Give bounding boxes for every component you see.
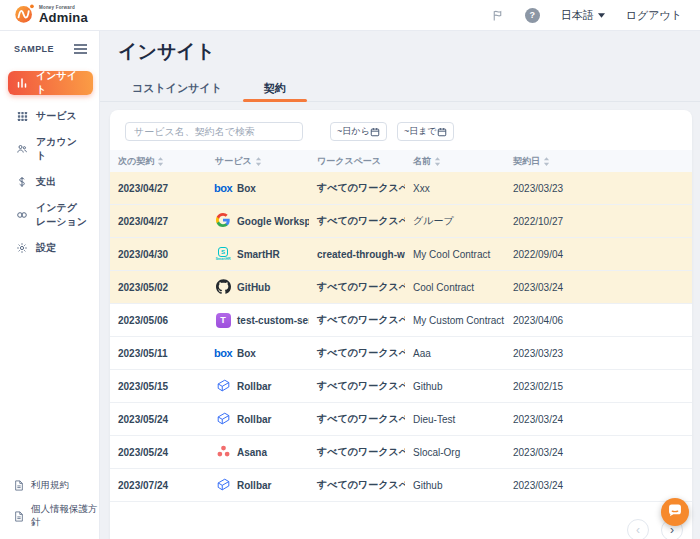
main-content: インサイト コストインサイト契約 ~日から ~日まで — [100, 31, 700, 539]
pagination-prev-button[interactable]: ‹ — [627, 519, 649, 539]
contract-name-cell: Cool Contract — [405, 282, 505, 293]
sidebar-item-0[interactable]: インサイト — [8, 71, 93, 95]
workspace-cell: すべてのワークスペース — [309, 346, 405, 360]
tab-0[interactable]: コストインサイト — [111, 75, 243, 101]
workspace-cell: すべてのワークスペース — [309, 181, 405, 195]
column-header-4[interactable]: 契約日 — [505, 155, 692, 168]
rollbar-logo — [216, 477, 231, 494]
table-row[interactable]: 2023/05/24 Asana すべてのワークスペース Slocal-Org … — [110, 436, 692, 469]
sidebar-item-5[interactable]: 設定 — [8, 236, 93, 260]
document-icon — [14, 511, 24, 522]
sidebar-item-3[interactable]: 支出 — [8, 170, 93, 194]
rollbar-logo — [216, 411, 231, 428]
contract-name-cell: My Cool Contract — [405, 249, 505, 260]
sidebar-item-label: インテグレーション — [36, 201, 87, 229]
next-contract-cell: 2023/05/24 — [110, 447, 207, 458]
box-logo: box — [214, 348, 232, 359]
next-contract-cell: 2023/04/27 — [110, 183, 207, 194]
sidebar-footer-link-1[interactable]: 個人情報保護方針 — [14, 503, 99, 529]
service-name-label: SmartHR — [237, 249, 280, 260]
help-icon[interactable]: ? — [525, 8, 540, 23]
workspace-cell: すべてのワークスペース — [309, 214, 405, 228]
date-to-picker[interactable]: ~日まで — [397, 122, 454, 141]
table-row[interactable]: 2023/04/27 box Box すべてのワークスペース Xxx 2023/… — [110, 172, 692, 205]
admina-app: Money Forward Admina ? 日本語 ログアウト SAMPLE — [0, 0, 700, 539]
table-row[interactable]: 2023/05/02 GitHub すべてのワークスペース Cool Contr… — [110, 271, 692, 304]
workspace-cell: created-through-win — [309, 249, 405, 260]
contracts-table: 次の契約 サービス ワークスペース 名前 契約日 2023/04/27 box … — [110, 150, 692, 502]
whats-new-icon[interactable] — [491, 9, 504, 22]
column-header-1[interactable]: サービス — [207, 155, 309, 168]
service-cell: T test-custom-service — [207, 313, 309, 328]
contract-name-cell: Dieu-Test — [405, 414, 505, 425]
tab-bar: コストインサイト契約 — [100, 75, 700, 102]
service-cell: SSmartHR SmartHR — [207, 247, 309, 262]
contract-date-cell: 2023/03/24 — [505, 414, 692, 425]
service-name-label: Rollbar — [237, 480, 271, 491]
contract-date-cell: 2022/09/04 — [505, 249, 692, 260]
contract-name-cell: グループ — [405, 214, 505, 228]
table-row[interactable]: 2023/05/24 Rollbar すべてのワークスペース Dieu-Test… — [110, 403, 692, 436]
date-to-label: ~日まで — [404, 125, 437, 138]
sidebar-item-4[interactable]: インテグレーション — [8, 203, 93, 227]
sidebar: SAMPLE インサイト サービス アカウント 支出 インテグレーション 設定 — [0, 31, 100, 539]
next-contract-cell: 2023/05/11 — [110, 348, 207, 359]
workspace-cell: すべてのワークスペース — [309, 379, 405, 393]
sidebar-footer-link-0[interactable]: 利用規約 — [14, 479, 99, 492]
service-cell: Rollbar — [207, 411, 309, 428]
workspace-cell: すべてのワークスペース — [309, 313, 405, 327]
column-header-2: ワークスペース — [309, 155, 405, 168]
table-body: 2023/04/27 box Box すべてのワークスペース Xxx 2023/… — [110, 172, 692, 502]
top-bar: Money Forward Admina ? 日本語 ログアウト — [0, 0, 700, 31]
service-name-label: Asana — [237, 447, 267, 458]
column-header-3[interactable]: 名前 — [405, 155, 505, 168]
service-cell: Asana — [207, 444, 309, 461]
calendar-icon — [370, 127, 380, 137]
document-icon — [14, 480, 24, 491]
logout-button[interactable]: ログアウト — [626, 8, 682, 23]
google-logo — [216, 213, 230, 229]
language-selector[interactable]: 日本語 — [561, 8, 605, 23]
date-from-picker[interactable]: ~日から — [330, 122, 387, 141]
chat-widget-button[interactable] — [661, 498, 689, 526]
sidebar-item-label: 支出 — [36, 175, 56, 189]
tab-1[interactable]: 契約 — [243, 75, 307, 101]
sidebar-item-label: アカウント — [36, 135, 87, 163]
box-logo: box — [214, 183, 232, 194]
contract-name-cell: Aaa — [405, 348, 505, 359]
table-row[interactable]: 2023/05/11 box Box すべてのワークスペース Aaa 2023/… — [110, 337, 692, 370]
rollbar-logo — [216, 378, 231, 395]
sort-icon — [543, 157, 550, 166]
link-icon — [16, 209, 28, 221]
search-input[interactable] — [125, 122, 303, 141]
table-row[interactable]: 2023/04/27 Google Workspace すべてのワークスペース … — [110, 205, 692, 238]
sidebar-nav: インサイト サービス アカウント 支出 インテグレーション 設定 — [0, 71, 99, 260]
contract-date-cell: 2023/04/06 — [505, 315, 692, 326]
next-contract-cell: 2023/04/30 — [110, 249, 207, 260]
chevron-down-icon — [598, 13, 605, 18]
workspace-cell: すべてのワークスペース — [309, 412, 405, 426]
contract-name-cell: Github — [405, 480, 505, 491]
table-row[interactable]: 2023/05/15 Rollbar すべてのワークスペース Github 20… — [110, 370, 692, 403]
bar-chart-icon — [16, 77, 28, 89]
footer-link-label: 利用規約 — [31, 479, 69, 492]
sidebar-collapse-icon[interactable] — [74, 44, 87, 54]
admina-logo[interactable]: Money Forward Admina — [14, 3, 88, 28]
next-contract-cell: 2023/04/27 — [110, 216, 207, 227]
next-contract-cell: 2023/05/06 — [110, 315, 207, 326]
table-row[interactable]: 2023/07/24 Rollbar すべてのワークスペース Github 20… — [110, 469, 692, 502]
next-contract-cell: 2023/05/15 — [110, 381, 207, 392]
language-label: 日本語 — [561, 8, 594, 23]
sidebar-item-2[interactable]: アカウント — [8, 137, 93, 161]
table-header: 次の契約 サービス ワークスペース 名前 契約日 — [110, 150, 692, 172]
sidebar-item-1[interactable]: サービス — [8, 104, 93, 128]
page-title: インサイト — [118, 39, 215, 65]
next-contract-cell: 2023/07/24 — [110, 480, 207, 491]
table-row[interactable]: 2023/04/30 SSmartHR SmartHR created-thro… — [110, 238, 692, 271]
workspace-cell: すべてのワークスペース — [309, 445, 405, 459]
column-header-0[interactable]: 次の契約 — [110, 155, 207, 168]
service-name-label: Rollbar — [237, 381, 271, 392]
workspace-cell: すべてのワークスペース — [309, 280, 405, 294]
sidebar-footer: 利用規約 個人情報保護方針 — [14, 479, 99, 529]
table-row[interactable]: 2023/05/06 T test-custom-service すべてのワーク… — [110, 304, 692, 337]
